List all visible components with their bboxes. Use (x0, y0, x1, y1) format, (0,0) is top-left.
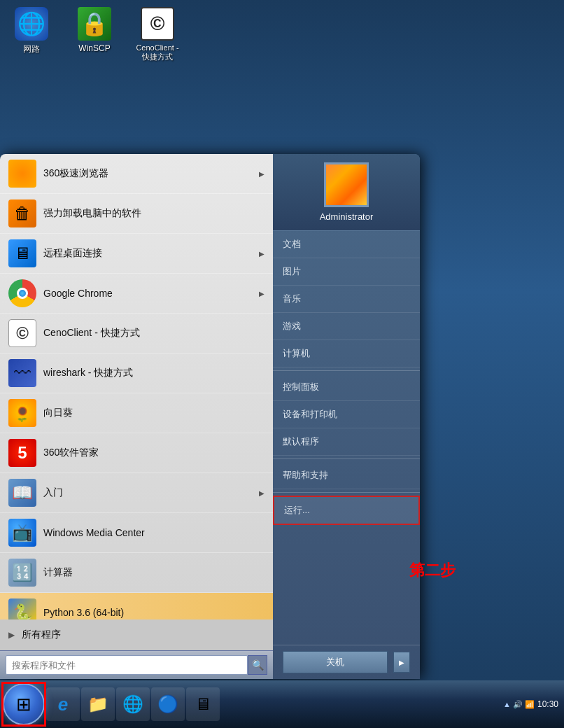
monitor-icon: 🖥 (195, 694, 211, 714)
icon-uninstall: 🗑 (8, 200, 36, 227)
menu-item-ceno[interactable]: © CenoClient - 快捷方式 (0, 314, 273, 354)
tray-area: ▲ 🔊 📶 10:30 (500, 699, 561, 709)
menu-items-list: 360极速浏览器 ▶ 🗑 强力卸载电脑中的软件 🖥 远程桌面连接 ▶ (0, 154, 273, 620)
taskbar-item-monitor[interactable]: 🖥 (186, 687, 220, 721)
taskbar: ⊞ e 📁 🌐 🔵 🖥 ▲ 🔊 📶 10:30 (0, 680, 564, 728)
menu-item-python[interactable]: 🐍 Python 3.6 (64-bit) (0, 593, 273, 620)
menu-item-sunflower[interactable]: 🌻 向日葵 (0, 393, 273, 433)
network-label: 网路 (23, 43, 40, 55)
right-separator-2 (273, 458, 420, 459)
arrow-remote: ▶ (259, 250, 265, 258)
shutdown-label: 关机 (326, 657, 344, 667)
right-menu-pictures[interactable]: 图片 (273, 258, 420, 286)
right-menu-music[interactable]: 音乐 (273, 286, 420, 313)
right-separator-3 (273, 492, 420, 493)
desktop-icon-winscp[interactable]: 🔒 WinSCP (70, 7, 119, 62)
shutdown-row: 关机 ▶ (273, 645, 420, 679)
clock: 10:30 (537, 699, 558, 709)
menu-item-uninstall[interactable]: 🗑 强力卸载电脑中的软件 (0, 194, 273, 234)
all-programs-label: 所有程序 (22, 629, 61, 641)
windows-logo-icon: ⊞ (16, 694, 31, 715)
user-avatar-image (326, 164, 367, 205)
winscp-icon: 🔒 (78, 7, 111, 41)
taskbar-item-explorer[interactable]: 📁 (81, 687, 115, 721)
explorer-icon: 📁 (87, 694, 108, 714)
search-input[interactable] (6, 655, 248, 675)
label-calc: 计算器 (43, 566, 265, 579)
user-name: Administrator (320, 211, 374, 222)
label-360mgr: 360软件管家 (43, 447, 265, 459)
desktop-icon-network[interactable]: 🌐 网路 (7, 7, 56, 62)
desktop: 🌐 网路 🔒 WinSCP © CenoClient - 快捷方式 360极速浏… (0, 0, 564, 728)
icon-remote: 🖥 (8, 239, 36, 267)
taskbar-item-ie[interactable]: e (46, 687, 80, 721)
right-menu-documents[interactable]: 文档 (273, 231, 420, 258)
cenoclient-desktop-icon: © (141, 7, 174, 41)
shutdown-options-button[interactable]: ▶ (393, 652, 410, 673)
menu-item-wireshark[interactable]: 〰 wireshark - 快捷方式 (0, 354, 273, 393)
label-ceno: CenoClient - 快捷方式 (43, 327, 265, 340)
all-programs-arrow-icon: ▶ (8, 630, 15, 640)
right-menu-run[interactable]: 运行... (273, 496, 420, 525)
chrome3-icon: 🔵 (157, 694, 178, 714)
shutdown-button[interactable]: 关机 (283, 651, 388, 673)
label-wireshark: wireshark - 快捷方式 (43, 367, 265, 379)
label-remote: 远程桌面连接 (43, 247, 252, 260)
chrome2-icon: 🌐 (122, 694, 143, 714)
icon-python: 🐍 (8, 598, 36, 620)
icon-wmc: 📺 (8, 519, 36, 547)
all-programs-row[interactable]: ▶ 所有程序 (0, 620, 273, 650)
arrow-chrome: ▶ (259, 290, 265, 298)
desktop-icon-cenoclient[interactable]: © CenoClient - 快捷方式 (133, 7, 182, 62)
user-avatar (324, 162, 369, 207)
right-menu-help[interactable]: 帮助和支持 (273, 462, 420, 489)
label-wmc: Windows Media Center (43, 527, 265, 538)
taskbar-item-chrome-3[interactable]: 🔵 (151, 687, 185, 721)
run-label: 运行... (284, 505, 310, 515)
label-chrome: Google Chrome (43, 288, 252, 299)
right-menu-controlpanel[interactable]: 控制面板 (273, 374, 420, 401)
taskbar-item-chrome-2[interactable]: 🌐 (116, 687, 150, 721)
right-menu-computer[interactable]: 计算机 (273, 340, 420, 368)
icon-ceno-menu: © (8, 319, 36, 347)
search-button[interactable]: 🔍 (248, 655, 267, 675)
label-intro: 入门 (43, 486, 252, 499)
icon-calc: 🔢 (8, 559, 36, 587)
menu-item-360browser[interactable]: 360极速浏览器 ▶ (0, 154, 273, 194)
start-menu-right: Administrator 文档 图片 音乐 游戏 计算机 控制面板 设备和打印… (273, 154, 420, 679)
start-menu: 360极速浏览器 ▶ 🗑 强力卸载电脑中的软件 🖥 远程桌面连接 ▶ (0, 154, 420, 679)
menu-item-calc[interactable]: 🔢 计算器 (0, 553, 273, 593)
label-sunflower: 向日葵 (43, 407, 265, 419)
taskbar-items: e 📁 🌐 🔵 🖥 (46, 686, 499, 722)
icon-360browser (8, 160, 36, 188)
winscp-label: WinSCP (78, 43, 110, 53)
ie-icon: e (58, 694, 68, 715)
menu-item-chrome[interactable]: Google Chrome ▶ (0, 274, 273, 314)
desktop-icons: 🌐 网路 🔒 WinSCP © CenoClient - 快捷方式 (7, 7, 182, 62)
start-button[interactable]: ⊞ (3, 683, 45, 725)
menu-item-wmc[interactable]: 📺 Windows Media Center (0, 513, 273, 553)
icon-chrome (8, 279, 36, 307)
start-menu-left: 360极速浏览器 ▶ 🗑 强力卸载电脑中的软件 🖥 远程桌面连接 ▶ (0, 154, 273, 679)
icon-sunflower: 🌻 (8, 399, 36, 427)
arrow-360browser: ▶ (259, 170, 265, 178)
tray-icons: ▲ 🔊 📶 (503, 700, 535, 709)
step2-annotation: 第二步 (409, 560, 456, 581)
label-360browser: 360极速浏览器 (43, 167, 252, 180)
menu-item-intro[interactable]: 📖 入门 ▶ (0, 473, 273, 513)
menu-item-360mgr[interactable]: 5 360软件管家 (0, 433, 273, 473)
label-uninstall: 强力卸载电脑中的软件 (43, 207, 265, 220)
icon-intro: 📖 (8, 479, 36, 507)
search-bar: 🔍 (0, 650, 273, 679)
user-profile: Administrator (273, 154, 420, 231)
menu-item-remote[interactable]: 🖥 远程桌面连接 ▶ (0, 234, 273, 274)
right-menu-games[interactable]: 游戏 (273, 313, 420, 340)
icon-360mgr: 5 (8, 439, 36, 467)
right-menu-devices[interactable]: 设备和打印机 (273, 401, 420, 428)
arrow-intro: ▶ (259, 489, 265, 497)
right-menu-defaults[interactable]: 默认程序 (273, 428, 420, 456)
cenoclient-label: CenoClient - 快捷方式 (136, 43, 178, 62)
right-separator-1 (273, 370, 420, 371)
icon-wireshark: 〰 (8, 359, 36, 387)
label-python: Python 3.6 (64-bit) (43, 607, 265, 618)
